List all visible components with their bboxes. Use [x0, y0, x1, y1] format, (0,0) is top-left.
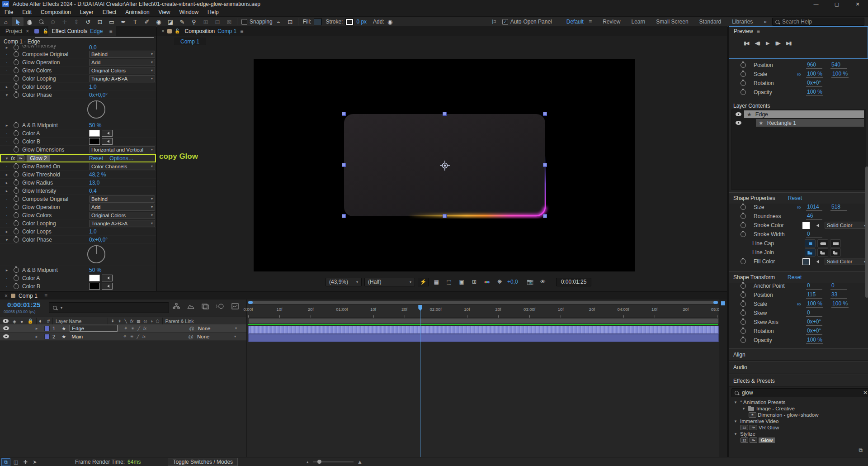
effects-tree-item[interactable]: 32≡▸Glow	[729, 437, 868, 443]
stopwatch-icon[interactable]	[14, 188, 19, 194]
stopwatch-icon[interactable]	[14, 213, 19, 218]
effect-property-row[interactable]: ·Glow ColorsOriginal Colors▾	[0, 67, 156, 75]
toggle-switches-modes-button[interactable]: Toggle Switches / Modes	[168, 458, 238, 466]
panel-menu-icon[interactable]: ≡	[109, 28, 112, 34]
shape-transform-property-row[interactable]: Anchor Point00	[729, 281, 868, 290]
lock-column-icon[interactable]: 🔒	[27, 318, 33, 324]
timeline-layer-row[interactable]: ▸2★Main⚘☀╱fx@None▾	[0, 333, 246, 341]
guides-icon[interactable]: ▣	[457, 278, 467, 286]
transparency-grid-icon[interactable]: ▦	[431, 278, 441, 286]
workspace-learn[interactable]: Learn	[626, 19, 651, 25]
twirl-right-icon[interactable]: ▸	[33, 326, 40, 331]
clear-search-icon[interactable]: ✕	[863, 390, 868, 396]
workspace-menu-icon[interactable]: ≡	[587, 19, 592, 25]
stopwatch-icon[interactable]	[741, 223, 746, 228]
property-dropdown[interactable]: Add▾	[89, 204, 155, 211]
eraser-tool-icon[interactable]: ◪	[165, 17, 176, 26]
graph-editor-icon[interactable]	[231, 303, 239, 311]
eyedropper-icon[interactable]	[102, 138, 113, 145]
stopwatch-icon[interactable]	[14, 45, 19, 50]
fx-column-icon[interactable]: fx	[130, 319, 133, 323]
parent-pickwhip-icon[interactable]: @	[188, 334, 193, 339]
stopwatch-icon[interactable]	[741, 232, 746, 237]
effect-property-row[interactable]: ▸Color Loops1,0	[0, 83, 156, 91]
stopwatch-icon[interactable]	[14, 52, 19, 57]
stroke-width-value[interactable]: 0 px	[356, 19, 367, 25]
twirl-right-icon[interactable]: ▸	[33, 334, 40, 339]
property-dropdown[interactable]: Color Channels▾	[89, 163, 155, 170]
stopwatch-icon[interactable]	[14, 267, 19, 273]
stopwatch-icon[interactable]	[741, 90, 746, 95]
line-cap-butt-button[interactable]	[805, 239, 816, 247]
stopwatch-icon[interactable]	[14, 164, 19, 169]
color-swatch[interactable]	[802, 258, 810, 265]
twirl-right-icon[interactable]: ·	[4, 276, 10, 281]
menu-window[interactable]: Window	[175, 8, 203, 16]
close-project-tab-icon[interactable]: ×	[26, 28, 29, 34]
layer-fx-switch-icon[interactable]: fx	[142, 334, 146, 339]
menu-layer[interactable]: Layer	[75, 8, 98, 16]
property-dropdown[interactable]: Original Colors▾	[89, 67, 155, 74]
effect-property-row[interactable]: ▸Glow Intensity0,0	[0, 45, 156, 50]
next-frame-button[interactable]: ▮▶	[775, 40, 780, 46]
stopwatch-icon[interactable]	[14, 131, 19, 136]
menu-edit[interactable]: Edit	[18, 8, 36, 16]
layer-switch-icon[interactable]: ☀	[130, 334, 133, 339]
stopwatch-icon[interactable]	[741, 214, 746, 219]
shy-column-icon[interactable]: ⚘	[111, 319, 114, 323]
effect-property-row[interactable]: ·Glow DimensionsHorizontal and Vertical▾	[0, 290, 156, 291]
region-of-interest-icon[interactable]: ⬚	[444, 278, 454, 286]
eyedropper-icon[interactable]	[811, 259, 821, 265]
collapse-column-icon[interactable]: ☀	[118, 319, 121, 323]
shape-transform-property-row[interactable]: Skew0	[729, 309, 868, 318]
shape-transform-property-row[interactable]: Scale∞100 %100 %	[729, 300, 868, 309]
property-value[interactable]: 100 %	[806, 300, 823, 308]
twirl-down-icon[interactable]: ▾	[4, 238, 10, 242]
selection-handle[interactable]	[543, 112, 547, 116]
shape-property-row[interactable]: Stroke Width0	[729, 230, 868, 239]
layer-switch-icon[interactable]: ╱	[137, 334, 139, 339]
stopwatch-icon[interactable]	[14, 92, 19, 98]
stopwatch-icon[interactable]	[14, 139, 19, 144]
previous-frame-button[interactable]: ◀▮	[755, 40, 760, 46]
eyedropper-icon[interactable]	[811, 223, 821, 228]
close-button[interactable]: ✕	[847, 0, 868, 8]
home-tool-icon[interactable]: ⌂	[0, 17, 12, 26]
color-swatch[interactable]	[89, 275, 100, 281]
tab-project[interactable]: Project	[0, 28, 26, 34]
render-queue-icon[interactable]: ✚	[21, 459, 29, 466]
effect-property-row[interactable]: ·Color A	[0, 129, 156, 138]
layer-bar-main[interactable]	[248, 334, 719, 342]
quality-column-icon[interactable]: ╲	[124, 319, 127, 323]
effect-property-row[interactable]: ·Glow OperationAdd▾	[0, 203, 156, 211]
transform-property-row[interactable]: Scale∞100 %100 %	[729, 70, 868, 79]
line-cap-square-button[interactable]	[830, 239, 841, 247]
timeline-pan-bar[interactable]	[248, 301, 718, 304]
shape-layer-rectangle[interactable]	[344, 114, 545, 216]
property-dropdown[interactable]: Behind▾	[89, 51, 155, 58]
transform-property-row[interactable]: Opacity100 %	[729, 88, 868, 97]
type-tool-icon[interactable]: T	[129, 17, 141, 26]
composition-tab-label[interactable]: Composition	[185, 28, 215, 34]
layer-visibility-icon[interactable]	[3, 326, 9, 330]
workspace-review[interactable]: Review	[597, 19, 626, 25]
effect-property-row[interactable]: ▸Glow Intensity0,4	[0, 187, 156, 195]
color-phase-dial[interactable]	[0, 99, 156, 121]
flag-icon[interactable]: ⚐	[488, 17, 500, 26]
selection-handle[interactable]	[342, 112, 346, 116]
twirl-down-icon[interactable]: ▾	[4, 156, 10, 161]
layer-bar-edge[interactable]	[248, 326, 719, 334]
threed-column-icon[interactable]: ⬡	[156, 319, 160, 323]
stopwatch-icon[interactable]	[14, 172, 19, 177]
pen-tool-icon[interactable]: ✒	[118, 17, 129, 26]
viewer-timecode[interactable]: 0:00:01:25	[556, 278, 592, 286]
effect-property-row[interactable]: ▸Color Loops1,0	[0, 228, 156, 236]
preview-menu-icon[interactable]: ≡	[757, 28, 760, 34]
color-swatch[interactable]	[802, 222, 810, 229]
effect-property-row[interactable]: ·Color A	[0, 274, 156, 282]
stopwatch-icon[interactable]	[741, 204, 746, 210]
fast-preview-icon[interactable]: ⚡	[418, 278, 429, 286]
effect-property-row[interactable]: ·Glow ColorsOriginal Colors▾	[0, 211, 156, 219]
property-value[interactable]: 33	[830, 291, 847, 299]
twirl-right-icon[interactable]: ·	[4, 221, 10, 226]
